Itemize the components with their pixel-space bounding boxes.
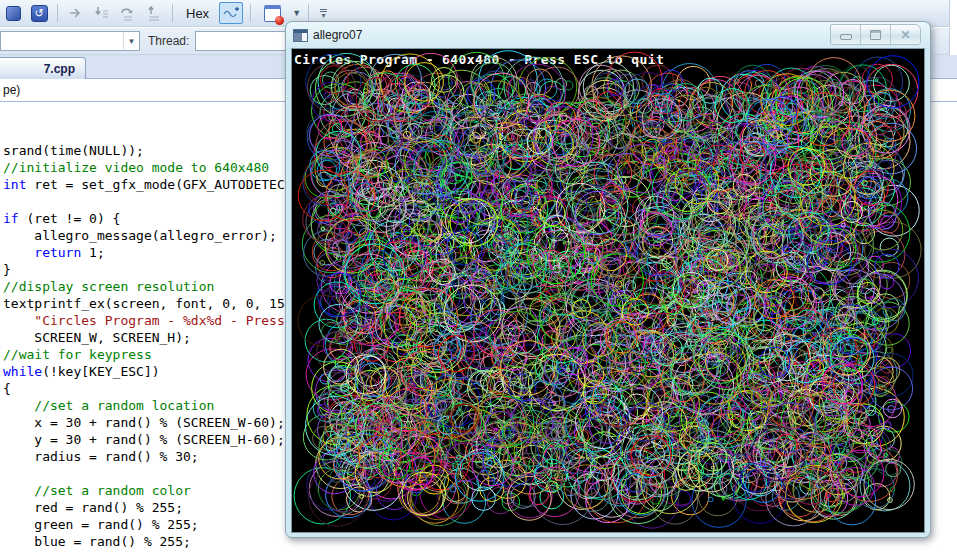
stop-debugging-icon [6,6,21,21]
step-out-icon [146,5,162,21]
step-out-button[interactable] [143,3,165,23]
program-canvas[interactable]: Circles Program - 640x480 - Press ESC to… [291,48,925,533]
breakpoints-window-button[interactable] [258,3,286,23]
red-ball-icon [275,16,284,25]
window-title: allegro07 [313,28,362,42]
breakpoint-toggle-button[interactable] [219,2,243,24]
close-button[interactable]: ✕ [891,25,920,44]
show-next-statement-icon [68,5,84,21]
toolbar-overflow-icon [320,9,327,10]
toolbar-separator [172,4,173,22]
close-icon: ✕ [900,29,910,41]
thread-combobox[interactable] [195,31,299,51]
tab-label: 7.cpp [44,62,75,76]
step-into-button[interactable] [91,3,113,23]
minimize-icon [840,34,852,40]
step-into-icon [94,5,110,21]
show-next-statement-button[interactable] [65,3,87,23]
chevron-down-icon: ▾ [322,13,326,18]
breakpoint-wave-icon [222,5,240,21]
maximize-button[interactable] [861,25,891,44]
debug-location-combobox[interactable]: ▼ [0,31,140,51]
toolbar-separator [250,4,251,22]
circles-drawing [292,49,924,532]
hex-toggle-button[interactable]: Hex [180,2,215,24]
restart-button[interactable]: ↺ [28,3,50,23]
caption-button-group: ✕ [830,24,921,45]
toolbar-overflow-button[interactable]: ▾ [320,9,327,18]
chevron-down-icon: ▼ [123,32,139,50]
maximize-icon [870,30,881,40]
step-over-icon [120,5,136,21]
application-icon [293,29,308,42]
minimize-button[interactable] [831,25,861,44]
tab-allegro07-cpp[interactable]: 7.cpp [0,57,86,79]
breakpoints-window-icon [264,5,281,22]
toolbar-separator [57,4,58,22]
window-titlebar[interactable]: allegro07 ✕ [286,22,930,48]
stop-debugging-button[interactable] [2,3,24,23]
toolbar-separator [308,4,309,22]
thread-label: Thread: [148,34,189,48]
restart-icon: ↺ [31,5,48,22]
step-over-button[interactable] [117,3,139,23]
allegro07-window[interactable]: allegro07 ✕ Circles Program - 640x480 - … [285,21,931,538]
dropdown-caret-icon[interactable]: ▼ [292,8,301,18]
scope-dropdown-text: pe) [3,83,20,97]
